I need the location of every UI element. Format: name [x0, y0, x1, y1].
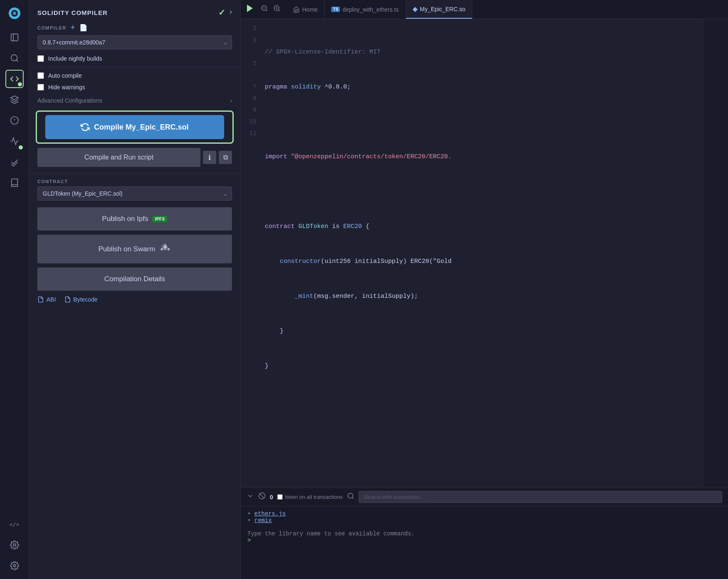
tab-home-label: Home — [302, 6, 318, 13]
code-line-3: pragma solidity ^0.8.0; — [261, 81, 703, 93]
publish-ipfs-label: Publish on Ipfs — [102, 215, 149, 223]
contract-select[interactable]: GLDToken (My_Epic_ERC.sol) — [37, 186, 232, 201]
app-container: </> SOLIDITY COMPILER ✓ › COMPILER + — [0, 0, 728, 579]
zoom-out-button[interactable] — [259, 4, 270, 15]
library-icon[interactable] — [5, 174, 24, 192]
abi-label: ABI — [46, 296, 56, 303]
ethers-link[interactable]: ethers.js — [254, 510, 286, 517]
swarm-hexagon-icon — [159, 242, 171, 254]
add-compiler-icon[interactable]: + — [71, 23, 75, 32]
code-line-2: // SPDX-License-Identifier: MIT — [261, 47, 703, 58]
compile-run-button[interactable]: Compile and Run script — [37, 148, 200, 167]
tx-count: 0 — [270, 494, 273, 500]
debug-icon[interactable] — [5, 111, 24, 130]
bytecode-label: Bytecode — [73, 296, 98, 303]
search-icon[interactable] — [5, 49, 24, 67]
hide-warnings-checkbox[interactable] — [37, 84, 44, 91]
hide-warnings-label[interactable]: Hide warnings — [48, 84, 85, 91]
collapse-icon[interactable] — [247, 492, 254, 502]
publish-swarm-button[interactable]: Publish on Swarm — [37, 235, 232, 263]
sidebar-title: SOLIDITY COMPILER — [37, 9, 107, 16]
zoom-buttons — [259, 4, 282, 15]
advanced-config-row[interactable]: Advanced Configurations › — [29, 93, 240, 108]
compile-run-info-button[interactable]: ℹ — [203, 151, 216, 164]
listen-checkbox[interactable] — [277, 494, 283, 500]
publish-ipfs-button[interactable]: Publish on Ipfs IPFS — [37, 207, 232, 231]
bottom-panel: 0 listen on all transactions — [241, 488, 728, 579]
include-nightly-row: Include nightly builds — [29, 53, 240, 64]
editor-area: 2 3 5 7 8 9 10 11 // SPDX-License-Identi… — [241, 19, 728, 488]
file-compiler-icon[interactable]: 📄 — [79, 24, 88, 32]
abi-button[interactable]: ABI — [37, 296, 56, 303]
svg-point-5 — [11, 55, 17, 61]
chevron-right-icon[interactable]: › — [230, 7, 232, 17]
bottom-help-text: Type the library name to see available c… — [247, 530, 721, 537]
check-icon: ✓ — [218, 7, 225, 17]
compiler-label: COMPILER — [37, 25, 66, 30]
tab-deploy-ts-label: deploy_with_ethers.ts — [342, 6, 398, 13]
svg-point-14 — [161, 248, 163, 250]
git-icon[interactable]: </> — [5, 515, 24, 533]
advanced-config-label: Advanced Configurations — [37, 97, 102, 104]
svg-marker-7 — [10, 96, 18, 100]
svg-marker-16 — [247, 5, 253, 12]
tab-contract-sol[interactable]: ◆ My_Epic_ERC.so — [406, 0, 473, 19]
sidebar-header-icons: ✓ › — [218, 7, 232, 17]
compile-run-copy-button[interactable]: ⧉ — [219, 151, 232, 164]
compile-btn-wrapper: Compile My_Epic_ERC.sol — [36, 110, 234, 144]
zoom-in-button[interactable] — [271, 4, 282, 15]
auto-compile-label[interactable]: Auto compile — [48, 72, 82, 79]
ts-badge: TS — [331, 7, 340, 12]
auto-compile-row: Auto compile — [29, 70, 240, 81]
analytics-icon[interactable] — [5, 132, 24, 150]
remix-logo-icon[interactable] — [5, 4, 24, 22]
bottom-prompt: > — [247, 537, 721, 544]
line-num: 9 — [247, 105, 257, 116]
svg-line-27 — [352, 497, 353, 498]
line-num: 7 — [247, 81, 257, 93]
include-nightly-checkbox[interactable] — [37, 55, 44, 62]
auto-compile-checkbox[interactable] — [37, 72, 44, 79]
remix-link[interactable]: remix — [254, 517, 272, 524]
tab-deploy-ts[interactable]: TS deploy_with_ethers.ts — [325, 0, 406, 19]
listen-checkbox-row: listen on all transactions — [277, 494, 343, 500]
verify-icon[interactable] — [5, 153, 24, 171]
files-icon[interactable] — [5, 28, 24, 47]
svg-rect-3 — [11, 34, 18, 41]
compiler-version-select[interactable]: 0.8.7+commit.e28d00a7 — [37, 35, 232, 49]
tab-home[interactable]: Home — [286, 0, 325, 19]
compilation-details-button[interactable]: Compilation Details — [37, 267, 232, 291]
clear-icon[interactable] — [258, 492, 266, 502]
main-area: Home TS deploy_with_ethers.ts ◆ My_Epic_… — [241, 0, 728, 579]
bytecode-button[interactable]: Bytecode — [64, 296, 98, 303]
search-tx-input[interactable] — [359, 491, 722, 503]
bottom-line: • ethers.js — [247, 510, 721, 517]
compile-icon — [81, 123, 90, 132]
compiler-icon[interactable] — [5, 70, 24, 88]
abi-icon — [37, 296, 44, 303]
compilation-details-label: Compilation Details — [104, 275, 165, 283]
wrench-icon[interactable] — [5, 536, 24, 554]
svg-line-21 — [278, 10, 279, 11]
sidebar: SOLIDITY COMPILER ✓ › COMPILER + 📄 0.8.7… — [29, 0, 241, 579]
play-button[interactable] — [245, 3, 255, 16]
include-nightly-label[interactable]: Include nightly builds — [48, 55, 102, 62]
svg-line-18 — [266, 10, 267, 11]
gear-icon[interactable] — [5, 557, 24, 575]
icon-bar: </> — [0, 0, 29, 579]
deploy-icon[interactable] — [5, 91, 24, 109]
svg-point-11 — [13, 544, 16, 546]
code-line-5: import "@openzeppelin/contracts/token/ER… — [261, 151, 703, 163]
line-num: 5 — [247, 58, 257, 70]
tab-contract-sol-label: My_Epic_ERC.so — [420, 6, 466, 12]
bytecode-icon — [64, 296, 71, 303]
bottom-line: • remix — [247, 517, 721, 524]
code-editor[interactable]: // SPDX-License-Identifier: MIT pragma s… — [261, 19, 703, 488]
search-tx-icon[interactable] — [347, 492, 354, 502]
svg-point-15 — [167, 248, 170, 250]
svg-point-13 — [164, 245, 167, 248]
compile-button[interactable]: Compile My_Epic_ERC.sol — [45, 115, 224, 139]
swarm-icon — [159, 242, 171, 256]
listen-label[interactable]: listen on all transactions — [285, 494, 343, 500]
publish-swarm-label: Publish on Swarm — [98, 245, 155, 253]
